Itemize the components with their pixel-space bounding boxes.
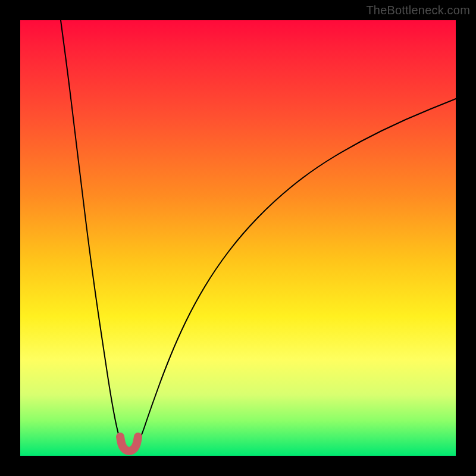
valley-marker <box>120 437 138 451</box>
curve-right-branch <box>137 99 456 445</box>
plot-area <box>20 20 456 456</box>
watermark-text: TheBottleneck.com <box>366 4 470 17</box>
chart-frame: TheBottleneck.com <box>0 0 476 476</box>
curve-left-branch <box>61 20 123 445</box>
curve-layer <box>20 20 456 456</box>
